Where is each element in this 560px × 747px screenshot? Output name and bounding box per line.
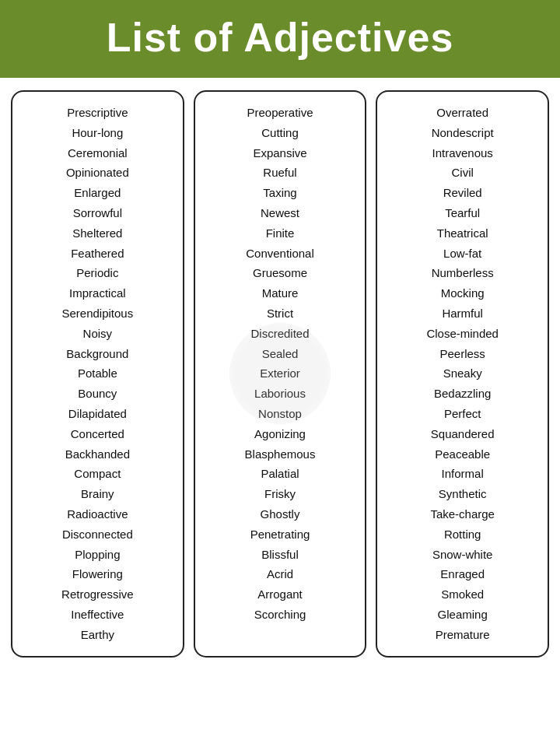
- list-item: Finite: [266, 223, 295, 244]
- list-item: Bouncy: [78, 384, 117, 404]
- list-item: Enlarged: [74, 183, 121, 203]
- list-item: Palatial: [261, 464, 299, 484]
- list-item: Flowering: [72, 564, 123, 584]
- list-item: Laborious: [254, 384, 306, 404]
- list-item: Smoked: [441, 584, 484, 605]
- list-item: Snow-white: [432, 545, 493, 565]
- list-item: Conventional: [246, 244, 314, 264]
- list-item: Peerless: [440, 344, 485, 364]
- list-item: Preoperative: [247, 103, 313, 123]
- column-1: PrescriptiveHour-longCeremonialOpinionat…: [11, 90, 184, 658]
- list-item: Taxing: [263, 183, 296, 203]
- list-item: Sneaky: [443, 363, 482, 384]
- list-item: Serendipitous: [61, 303, 133, 324]
- list-item: Sheltered: [72, 223, 122, 244]
- list-item: Plopping: [75, 545, 120, 565]
- list-item: Nondescript: [432, 123, 494, 143]
- list-item: Expansive: [253, 143, 306, 163]
- list-item: Concerted: [71, 424, 124, 444]
- list-item: Blissful: [261, 545, 299, 565]
- list-item: Blasphemous: [245, 444, 316, 465]
- page-header: List of Adjectives: [0, 0, 560, 78]
- list-item: Prescriptive: [67, 103, 128, 123]
- list-item: Opinionated: [66, 163, 129, 183]
- list-item: Background: [66, 344, 128, 364]
- columns-container: PrescriptiveHour-longCeremonialOpinionat…: [0, 78, 560, 673]
- list-item: Earthy: [81, 625, 114, 645]
- list-item: Low-fat: [443, 244, 481, 264]
- list-item: Rueful: [263, 163, 296, 183]
- list-item: Nonstop: [258, 404, 302, 424]
- list-item: Enraged: [440, 564, 485, 584]
- list-item: Squandered: [431, 424, 495, 444]
- list-item: Disconnected: [62, 524, 133, 545]
- list-item: Bedazzling: [434, 384, 491, 404]
- list-item: Peaceable: [435, 444, 490, 465]
- list-item: Gruesome: [253, 263, 307, 283]
- list-item: Take-charge: [430, 504, 495, 524]
- page-title: List of Adjectives: [16, 14, 544, 61]
- list-item: Brainy: [81, 484, 114, 504]
- list-item: Premature: [436, 625, 490, 645]
- list-item: Retrogressive: [61, 584, 134, 605]
- list-item: Ceremonial: [68, 143, 128, 163]
- list-item: Acrid: [267, 564, 293, 584]
- list-item: Compact: [74, 464, 121, 484]
- list-item: Agonizing: [254, 424, 306, 444]
- list-item: Radioactive: [67, 504, 128, 524]
- list-item: Synthetic: [439, 484, 487, 504]
- list-item: Periodic: [76, 263, 118, 283]
- list-item: Exterior: [260, 363, 300, 384]
- column-2: PreoperativeCuttingExpansiveRuefulTaxing…: [194, 90, 367, 658]
- list-item: Perfect: [444, 404, 481, 424]
- list-item: Close-minded: [426, 324, 499, 344]
- list-item: Informal: [442, 464, 484, 484]
- list-item: Numberless: [432, 263, 494, 283]
- list-item: Noisy: [83, 324, 113, 344]
- list-item: Hour-long: [72, 123, 123, 143]
- list-item: Intravenous: [432, 143, 492, 163]
- list-item: Discredited: [250, 324, 309, 344]
- list-item: Gleaming: [438, 605, 488, 625]
- list-item: Tearful: [445, 203, 480, 223]
- list-item: Potable: [78, 363, 117, 384]
- list-item: Newest: [261, 203, 299, 223]
- list-item: Cutting: [261, 123, 299, 143]
- list-item: Arrogant: [257, 584, 303, 605]
- list-item: Sealed: [262, 344, 299, 364]
- list-item: Scorching: [254, 605, 306, 625]
- list-item: Overrated: [436, 103, 488, 123]
- list-item: Dilapidated: [68, 404, 127, 424]
- list-item: Backhanded: [65, 444, 130, 465]
- list-item: Mature: [262, 283, 299, 303]
- list-item: Mocking: [441, 283, 485, 303]
- list-item: Frisky: [264, 484, 296, 504]
- page-wrapper: List of Adjectives PrescriptiveHour-long…: [0, 0, 560, 673]
- list-item: Rotting: [444, 524, 481, 545]
- list-item: Civil: [452, 163, 474, 183]
- list-item: Sorrowful: [73, 203, 122, 223]
- list-item: Impractical: [69, 283, 126, 303]
- list-item: Ineffective: [71, 605, 124, 625]
- list-item: Feathered: [71, 244, 124, 264]
- list-item: Theatrical: [437, 223, 488, 244]
- list-item: Ghostly: [261, 504, 300, 524]
- list-item: Reviled: [443, 183, 482, 203]
- column-3: OverratedNondescriptIntravenousCivilRevi…: [376, 90, 549, 658]
- list-item: Strict: [267, 303, 293, 324]
- list-item: Harmful: [442, 303, 483, 324]
- list-item: Penetrating: [250, 524, 310, 545]
